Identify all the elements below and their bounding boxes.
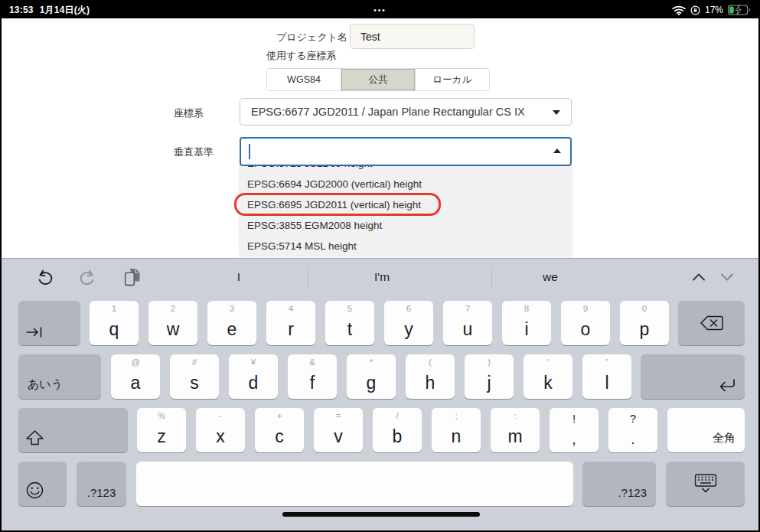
key-label: w [148, 319, 197, 340]
chevron-up-icon [553, 149, 561, 153]
key-z[interactable]: %z [137, 408, 186, 452]
key-label: j [465, 373, 514, 393]
key-space[interactable] [136, 462, 573, 506]
key-sublabel: 1 [90, 304, 139, 313]
key-f[interactable]: &f [288, 354, 337, 399]
coord-system-segmented-control: WGS84公共ローカル [266, 68, 490, 91]
shift-icon [26, 430, 44, 446]
key-sublabel: @ [111, 357, 160, 367]
key-sublabel: ¥ [229, 357, 278, 367]
crs-value: EPSG:6677 JGD2011 / Japan Plane Rectangu… [251, 106, 525, 118]
suggestion-2[interactable]: I'm [374, 270, 390, 284]
key-exclaim-comma[interactable]: !, [550, 408, 599, 452]
dismiss-icon [694, 474, 716, 494]
onscreen-keyboard: I I'm we 1q2w3e4r5t6y7u8i9o0pあいう@a#s¥d&f… [2, 258, 758, 530]
segment-ローカル[interactable]: ローカル [416, 69, 489, 90]
status-right: 17% [672, 2, 751, 18]
crs-select[interactable]: EPSG:6677 JGD2011 / Japan Plane Rectangu… [240, 98, 572, 126]
key-sublabel: 0 [620, 304, 669, 313]
key-u[interactable]: 7u [443, 301, 492, 345]
key-i[interactable]: 8i [502, 301, 551, 345]
vertical-datum-combobox[interactable] [240, 137, 572, 166]
key-label: .?123 [618, 486, 647, 499]
key-label: b [373, 426, 422, 447]
key-p[interactable]: 0p [620, 301, 669, 345]
home-indicator[interactable] [282, 512, 480, 517]
status-center-dots: ••• [373, 2, 387, 18]
dropdown-option[interactable]: EPSG:6694 JGD2000 (vertical) height [240, 174, 572, 194]
key-q[interactable]: 1q [90, 301, 139, 345]
key-y[interactable]: 6y [384, 301, 433, 345]
key-emoji[interactable] [18, 462, 67, 506]
key-b[interactable]: /b [373, 408, 422, 452]
key-dismiss-keyboard[interactable] [666, 462, 745, 506]
key-j[interactable]: )j [465, 354, 514, 399]
dropdown-option[interactable]: EPSG:5714 MSL height [240, 236, 572, 256]
key-label: q [90, 319, 139, 340]
key-label: h [406, 373, 455, 393]
key-m[interactable]: :m [491, 408, 540, 452]
key-label: u [443, 319, 492, 340]
keyboard-toolbar: I I'm we [2, 259, 758, 295]
battery-percent: 17% [705, 5, 723, 15]
key-r[interactable]: 4r [266, 301, 315, 345]
key-label: z [137, 426, 186, 447]
key-c[interactable]: +c [255, 408, 304, 452]
suggestion-1[interactable]: I [237, 270, 240, 284]
key-tab[interactable] [18, 301, 80, 345]
key-label: . [608, 431, 657, 448]
key-label: r [266, 319, 315, 340]
key-a[interactable]: @a [111, 354, 160, 399]
key-label: あいう [28, 377, 63, 392]
key-sublabel: : [491, 411, 540, 420]
key-sublabel: ? [608, 412, 657, 425]
project-name-input[interactable]: Test [350, 24, 475, 49]
key-h[interactable]: (h [406, 354, 455, 399]
key-kana-aiu[interactable]: あいう [18, 354, 101, 399]
dropdown-option[interactable]: EPSG:5723 JSLD69 height [240, 166, 572, 174]
suggestion-3[interactable]: we [543, 270, 558, 284]
key-numbers-right[interactable]: .?123 [582, 462, 656, 506]
key-sublabel: 7 [443, 304, 492, 313]
emoji-icon [26, 481, 44, 499]
key-n[interactable]: ;n [432, 408, 481, 452]
dropdown-option[interactable]: EPSG:6695 JGD2011 (vertical) height [240, 194, 572, 215]
vertical-datum-dropdown-list: EPSG:5723 JSLD69 heightEPSG:6694 JGD2000… [240, 166, 572, 256]
key-label: k [524, 373, 572, 393]
key-question-period[interactable]: ?. [608, 408, 657, 452]
segment-公共[interactable]: 公共 [341, 69, 416, 90]
key-label: , [550, 431, 599, 448]
wifi-icon [672, 5, 686, 15]
key-t[interactable]: 5t [325, 301, 374, 345]
key-sublabel: 4 [266, 304, 315, 313]
key-sublabel: ( [406, 357, 455, 367]
key-o[interactable]: 9o [561, 301, 610, 345]
redo-icon[interactable] [79, 269, 96, 285]
segment-WGS84[interactable]: WGS84 [267, 69, 341, 90]
key-backspace[interactable] [678, 301, 745, 345]
key-return[interactable] [641, 354, 745, 399]
key-s[interactable]: #s [170, 354, 219, 399]
key-label: c [255, 426, 304, 447]
key-numbers-left[interactable]: .?123 [77, 462, 126, 506]
key-l[interactable]: "l [582, 354, 631, 399]
ipad-screen: 13:53 1月14日(火) ••• 17% プロジェクト名 Test 使用する… [0, 0, 760, 532]
key-w[interactable]: 2w [148, 301, 197, 345]
undo-icon[interactable] [37, 269, 54, 285]
key-sublabel: # [170, 357, 219, 367]
paste-icon[interactable] [125, 268, 141, 286]
key-d[interactable]: ¥d [229, 354, 278, 399]
key-g[interactable]: *g [347, 354, 396, 399]
key-zenkaku[interactable]: 全角 [667, 408, 745, 452]
key-x[interactable]: -x [196, 408, 245, 452]
key-v[interactable]: =v [314, 408, 363, 452]
key-label: o [561, 319, 610, 340]
key-shift[interactable] [18, 408, 128, 452]
key-label: a [111, 373, 160, 393]
key-sublabel: * [347, 357, 396, 367]
chevron-up-icon[interactable] [693, 273, 706, 281]
dropdown-option[interactable]: EPSG:3855 EGM2008 height [240, 215, 572, 236]
key-e[interactable]: 3e [207, 301, 256, 345]
chevron-down-icon[interactable] [721, 273, 734, 281]
key-k[interactable]: 'k [524, 354, 572, 399]
